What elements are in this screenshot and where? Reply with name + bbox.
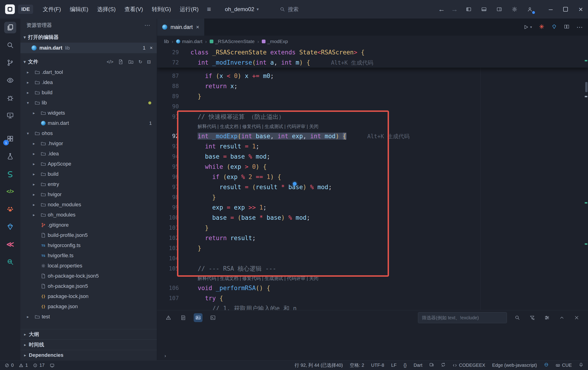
- chevron-up-icon[interactable]: [557, 313, 566, 322]
- code-line[interactable]: 93 int result = 1;: [157, 141, 588, 151]
- eol[interactable]: LF: [391, 363, 396, 368]
- filter-settings-icon[interactable]: [543, 313, 551, 322]
- plugin-code-icon[interactable]: </>: [4, 186, 16, 197]
- code-line[interactable]: 97 result = (result * base) % mod;: [157, 182, 588, 192]
- codegeex-star-icon[interactable]: [539, 24, 545, 30]
- line-number[interactable]: 99: [157, 202, 179, 213]
- plugin-gem-icon[interactable]: [4, 221, 16, 232]
- problems-warnings[interactable]: 1: [19, 363, 28, 368]
- code-line[interactable]: 91 // 快速模幂运算 （防止溢出）: [157, 112, 588, 122]
- code-line[interactable]: 95 while (exp > 0) {: [157, 162, 588, 172]
- new-folder-icon[interactable]: [128, 59, 134, 65]
- search-icon[interactable]: [513, 313, 522, 322]
- line-number[interactable]: 101: [157, 223, 179, 233]
- source-control-icon[interactable]: [4, 57, 16, 69]
- bell-icon[interactable]: [579, 362, 583, 368]
- encoding[interactable]: UTF-8: [371, 363, 384, 368]
- indentation[interactable]: 空格: 2: [350, 362, 364, 368]
- close-icon[interactable]: ×: [196, 24, 199, 30]
- tree-item[interactable]: ▸test: [20, 312, 157, 322]
- code-line[interactable]: 103 }: [157, 243, 588, 253]
- line-number[interactable]: 105: [157, 264, 179, 274]
- line-number[interactable]: 90: [157, 102, 179, 112]
- problems-errors[interactable]: 0: [5, 363, 14, 368]
- menu-file[interactable]: 文件(F): [43, 6, 61, 13]
- plugin-chevrons-icon[interactable]: ≪: [4, 238, 16, 250]
- refresh-icon[interactable]: ↻: [138, 59, 142, 65]
- tree-item[interactable]: ▸build: [20, 88, 157, 98]
- open-code-icon[interactable]: </>: [107, 59, 114, 65]
- code-line[interactable]: 87 if (x < 0) x += m0;: [157, 71, 588, 81]
- code-line[interactable]: 88 return x;: [157, 81, 588, 91]
- line-number[interactable]: 94: [157, 151, 179, 162]
- open-editor-item[interactable]: main.dart lib 1 ×: [20, 43, 157, 53]
- code-line[interactable]: 94 base = base % mod;: [157, 151, 588, 162]
- hamburger-icon[interactable]: ≡: [207, 5, 211, 13]
- line-number[interactable]: 98: [157, 192, 179, 202]
- menu-edit[interactable]: 编辑(E): [70, 6, 88, 13]
- sync-icon[interactable]: [441, 362, 446, 368]
- preview-eye-icon[interactable]: [4, 74, 16, 86]
- tree-item[interactable]: ▸.hvigor: [20, 138, 157, 149]
- breadcrumb-lib[interactable]: lib: [164, 39, 169, 44]
- device-preview-icon[interactable]: [429, 362, 434, 368]
- tree-item[interactable]: ▸node_modules: [20, 200, 157, 210]
- tree-item[interactable]: {}package-lock.json: [20, 291, 157, 301]
- screencast-icon[interactable]: [50, 363, 54, 368]
- more-actions-icon[interactable]: ⋯: [144, 22, 151, 29]
- code-line[interactable]: 72 int _modInverse(int a, int m) {Alt+K …: [157, 57, 588, 68]
- collapse-all-icon[interactable]: ⊟: [147, 59, 151, 65]
- open-editors-section[interactable]: ▾ 打开的编辑器: [20, 32, 157, 43]
- tree-item[interactable]: ▸hvigor: [20, 189, 157, 200]
- line-number[interactable]: 88: [157, 81, 179, 91]
- arrow-left-icon[interactable]: ←: [438, 5, 445, 13]
- line-number[interactable]: 103: [157, 243, 179, 253]
- code-line[interactable]: 101 }: [157, 223, 588, 233]
- arrow-right-icon[interactable]: →: [451, 5, 458, 13]
- panel-filter-input[interactable]: [418, 312, 507, 323]
- breadcrumb-file[interactable]: main.dart: [176, 39, 202, 44]
- files-section[interactable]: ▾ 文件 </> ↻ ⊟: [20, 56, 157, 67]
- close-icon[interactable]: ×: [150, 45, 153, 51]
- debug-icon[interactable]: [4, 92, 16, 104]
- layout-sidebar-right-icon[interactable]: [495, 5, 504, 14]
- tree-item[interactable]: ▸.idea: [20, 149, 157, 159]
- tree-item[interactable]: ▸AppScope: [20, 159, 157, 169]
- run-file-button[interactable]: ▾: [523, 24, 532, 30]
- code-line[interactable]: 102 return result;: [157, 233, 588, 243]
- dependencies-section[interactable]: ▸ Dependencies: [20, 350, 157, 360]
- line-number[interactable]: 102: [157, 233, 179, 243]
- breadcrumb-class[interactable]: _RSAScreenState: [210, 39, 255, 44]
- menu-run[interactable]: 运行(R): [180, 6, 199, 13]
- cursor-position[interactable]: 行 92, 列 44 (已选择40): [295, 362, 343, 368]
- menu-view[interactable]: 查看(V): [124, 6, 143, 13]
- line-number[interactable]: [157, 303, 179, 310]
- problems-infos[interactable]: 17: [33, 363, 44, 368]
- line-number[interactable]: 89: [157, 91, 179, 102]
- code-line[interactable]: 90: [157, 102, 588, 112]
- codelens-actions[interactable]: 解释代码 | 生成文档 | 修复代码 | 生成测试 | 代码评审 | 关闭: [157, 122, 588, 131]
- code-line[interactable]: 100 base = (base * base) % mod;: [157, 213, 588, 223]
- test-flask-icon[interactable]: [4, 151, 16, 162]
- code-line[interactable]: 96 if (exp % 2 == 1) {: [157, 172, 588, 182]
- menu-selection[interactable]: 选择(S): [97, 6, 116, 13]
- line-number[interactable]: 106: [157, 283, 179, 293]
- explorer-icon[interactable]: [4, 22, 16, 33]
- tree-item[interactable]: ▸.dart_tool: [20, 67, 157, 77]
- terminal-icon[interactable]: [209, 313, 217, 322]
- line-number[interactable]: 93: [157, 141, 179, 151]
- line-number[interactable]: 92: [157, 131, 179, 141]
- language-mode[interactable]: Dart: [414, 363, 422, 368]
- code-line[interactable]: 105 // --- RSA 核心逻辑 ---: [157, 264, 588, 274]
- bracket-pair[interactable]: {}: [404, 363, 407, 368]
- cue-status[interactable]: CUE: [556, 363, 572, 368]
- runtime-target[interactable]: Edge (web-javascript): [492, 363, 537, 368]
- tree-item[interactable]: build-profile.json5: [20, 230, 157, 240]
- extensions-icon[interactable]: 1: [4, 133, 16, 144]
- breadcrumb-method[interactable]: _modExp: [262, 39, 288, 44]
- line-number[interactable]: 72: [157, 57, 179, 68]
- code-line[interactable]: 92 int _modExp(int base, int exp, int mo…: [157, 131, 588, 141]
- code-editor[interactable]: 29class _RSAScreenState extends State<RS…: [157, 47, 588, 310]
- screenshot-icon[interactable]: [194, 313, 202, 322]
- code-line[interactable]: 29class _RSAScreenState extends State<RS…: [157, 47, 588, 57]
